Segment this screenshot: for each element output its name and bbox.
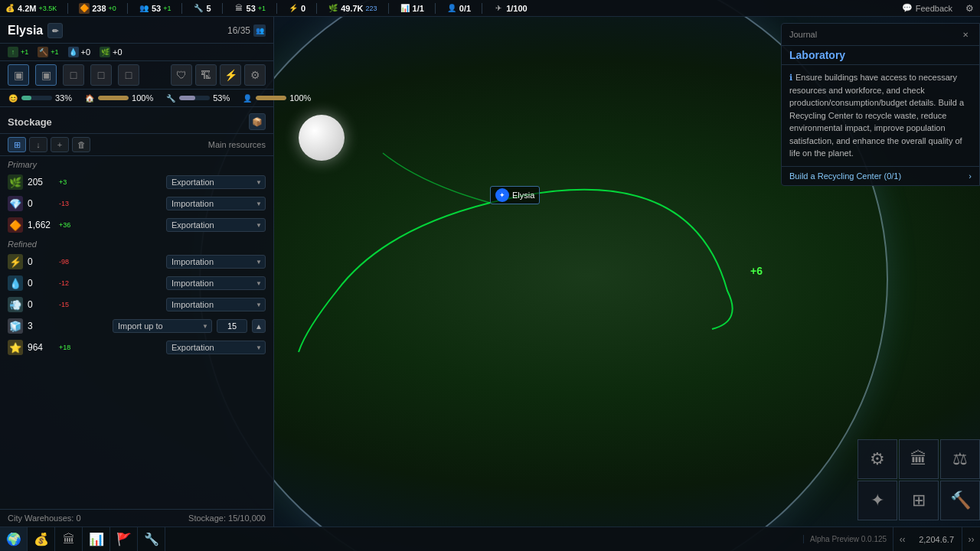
- stat3-val: 1/100: [506, 4, 528, 13]
- city-name-section: Elysia ✏: [8, 23, 63, 38]
- build-slot-3[interactable]: □: [63, 64, 84, 86]
- gold-action-select[interactable]: Exportation Importation None: [166, 341, 266, 354]
- bottom-globe-icon[interactable]: 🌍: [0, 527, 28, 552]
- journal-close-button[interactable]: ✕: [959, 28, 972, 41]
- journal-task-arrow: ›: [969, 171, 972, 181]
- city-stats-row1: ↑ +1 🔨 +1 💧 +0 🌿 +0: [0, 44, 273, 61]
- feedback-button[interactable]: 💬 Feedback: [902, 3, 952, 13]
- bottom-wrench-icon[interactable]: 🔧: [138, 527, 165, 552]
- prod-val: +1: [51, 48, 58, 56]
- energy-stat: ⚡ 0: [288, 3, 305, 14]
- leaves-dropdown-wrap[interactable]: Exportation Importation None: [166, 175, 266, 189]
- gas-val: 0: [28, 299, 54, 310]
- filter-all[interactable]: ⊞: [8, 137, 26, 152]
- resource-row-leaves: 🌿 205 +3 Exportation Importation None: [0, 171, 273, 193]
- manage-btn-4[interactable]: ⚙: [244, 64, 266, 86]
- leaves-icon: 🌿: [8, 174, 23, 190]
- gold-delta: +18: [59, 344, 74, 351]
- resource1-icon: 🔶: [79, 3, 90, 14]
- credits-icon: 💰: [5, 3, 15, 14]
- edit-city-button[interactable]: ✏: [47, 23, 63, 38]
- stockage-label: Stockage: 15/10,000: [188, 514, 266, 523]
- city-map-label[interactable]: ✦ Elysia: [490, 186, 540, 204]
- journal-panel: Journal ✕ Laboratory ℹEnsure buildings h…: [781, 23, 980, 186]
- workers-val: 5: [206, 4, 211, 13]
- bottom-building-icon[interactable]: 🏛: [55, 527, 83, 552]
- filter-import[interactable]: ↓: [29, 137, 47, 152]
- build-icon-capitol[interactable]: 🏛: [899, 439, 939, 479]
- food-stat: 🌿 49.7K 223: [328, 3, 377, 14]
- stockage-title: Stockage: [8, 116, 52, 128]
- manage-btn-3[interactable]: ⚡: [220, 64, 241, 86]
- build-slot-2[interactable]: ▣: [35, 64, 57, 86]
- build-slot-4[interactable]: □: [90, 64, 112, 86]
- bottom-right: Alpha Preview 0.0.125 ‹‹ 2,204.6.7 ››: [803, 527, 980, 552]
- resource2-val: 53: [152, 4, 161, 13]
- bottom-coin-icon[interactable]: 💰: [28, 527, 55, 552]
- journal-header: Journal ✕: [782, 24, 979, 46]
- filter-remove[interactable]: 🗑: [72, 137, 90, 152]
- workforce-bar: [256, 96, 286, 100]
- water-stat-icon: 💧: [68, 47, 79, 57]
- energy-action-select[interactable]: Importation Exportation None: [166, 255, 266, 269]
- bottom-chart-icon[interactable]: 📊: [83, 527, 110, 552]
- build-icon-grid[interactable]: ⊞: [899, 481, 939, 520]
- resource2-delta: +1: [163, 5, 171, 12]
- journal-task[interactable]: Build a Recycling Center (0/1) ›: [782, 166, 979, 185]
- resource1-val: 238: [92, 4, 106, 13]
- food-extra: 223: [366, 5, 377, 12]
- buildings-val: 53: [247, 4, 256, 13]
- water-dropdown-wrap[interactable]: Importation Exportation None: [166, 276, 266, 290]
- resources-list: Primary 🌿 205 +3 Exportation Importation…: [0, 156, 273, 509]
- gas-icon: 💨: [8, 297, 23, 312]
- nav-prev-btn[interactable]: ‹‹: [893, 527, 911, 552]
- energy-dropdown-wrap[interactable]: Importation Exportation None: [166, 255, 266, 269]
- special-step-btn[interactable]: ▲: [252, 319, 266, 333]
- gas-dropdown-wrap[interactable]: Importation Exportation None: [166, 298, 266, 311]
- stat2: 👤 0/1: [446, 3, 471, 14]
- leaves-action-select[interactable]: Exportation Importation None: [166, 175, 266, 189]
- resource-row-water: 💧 0 -12 Importation Exportation None: [0, 272, 273, 294]
- build-icon-star[interactable]: ✦: [858, 481, 897, 520]
- special-dropdown-wrap[interactable]: Import up to Importation Exportation Non…: [113, 319, 212, 333]
- feedback-label: Feedback: [916, 4, 952, 13]
- minerals-action-select[interactable]: Importation Exportation None: [166, 197, 266, 210]
- approval-val: 33%: [55, 93, 72, 103]
- stockage-manage-btn[interactable]: 📦: [249, 113, 266, 130]
- prod-stat: 🔨 +1: [38, 47, 58, 57]
- growth-val: +1: [21, 48, 28, 56]
- gold-dropdown-wrap[interactable]: Exportation Importation None: [166, 341, 266, 354]
- build-slot-1[interactable]: ▣: [8, 64, 29, 86]
- approval-prog: 😊 33%: [8, 93, 72, 103]
- main-resources-label: Main resources: [208, 140, 266, 149]
- nav-next-btn[interactable]: ››: [962, 527, 980, 552]
- ore-dropdown-wrap[interactable]: Exportation Importation None: [166, 218, 266, 232]
- build-slot-5[interactable]: □: [118, 64, 139, 86]
- maintenance-bar: [179, 96, 195, 100]
- manage-btn-1[interactable]: 🛡: [171, 64, 192, 86]
- build-icon-balance[interactable]: ⚖: [940, 439, 980, 479]
- ore-action-select[interactable]: Exportation Importation None: [166, 218, 266, 232]
- special-val: 3: [28, 321, 54, 331]
- water-action-select[interactable]: Importation Exportation None: [166, 276, 266, 290]
- gas-action-select[interactable]: Importation Exportation None: [166, 298, 266, 311]
- filter-add[interactable]: +: [51, 137, 69, 152]
- bottom-flag-icon[interactable]: 🚩: [110, 527, 138, 552]
- manage-btn-2[interactable]: 🏗: [195, 64, 217, 86]
- special-action-select[interactable]: Import up to Importation Exportation Non…: [113, 319, 212, 333]
- minerals-dropdown-wrap[interactable]: Importation Exportation None: [166, 197, 266, 210]
- panel-footer: City Warehouses: 0 Stockage: 15/10,000: [0, 509, 273, 527]
- housing-bar: [98, 96, 129, 100]
- settings-icon[interactable]: ⚙: [963, 2, 975, 15]
- population-icon: 👥: [253, 24, 266, 37]
- build-icon-gear[interactable]: ⚙: [858, 439, 897, 479]
- workforce-prog: 👤 100%: [242, 93, 311, 103]
- building-icons-row1: ⚙ 🏛 ⚖: [858, 439, 980, 479]
- coords-display: 2,204.6.7: [911, 535, 962, 544]
- journal-task-text: Build a Recycling Center (0/1): [789, 171, 901, 181]
- build-icon-tools[interactable]: 🔨: [940, 481, 980, 520]
- leaves-val: 205: [28, 177, 54, 187]
- celestial-body: [299, 115, 345, 161]
- special-import-qty[interactable]: [217, 319, 247, 333]
- maintenance-icon: 🔧: [165, 93, 176, 103]
